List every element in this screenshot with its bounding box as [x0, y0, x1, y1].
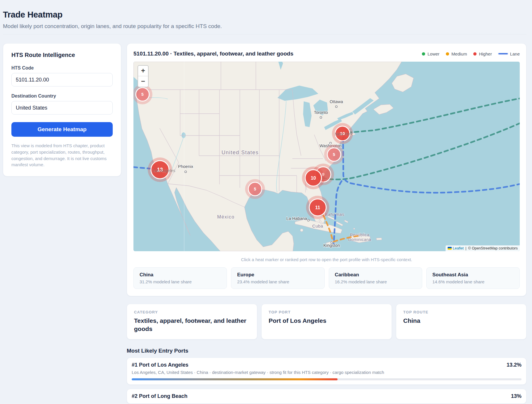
- port-rank-name: #2 Port of Long Beach: [132, 393, 187, 399]
- marker-count: 5: [141, 92, 144, 97]
- leaflet-link[interactable]: Leaflet: [453, 246, 464, 250]
- heat-marker-10[interactable]: 10: [302, 167, 325, 189]
- stat-label: TOP ROUTE: [403, 310, 519, 314]
- port-rank-name: #1 Port of Los Angeles: [132, 362, 188, 368]
- country-label: México: [217, 214, 235, 219]
- page-header: Trade Heatmap Model likely port concentr…: [0, 0, 532, 30]
- legend-item-higher: Higher: [473, 51, 492, 56]
- port-score-track: [132, 378, 521, 380]
- stat-card-top-port: TOP PORTPort of Los Angeles: [261, 304, 392, 339]
- hts-code-input[interactable]: [11, 73, 113, 86]
- map-legend: LowerMediumHigherLane: [422, 51, 520, 56]
- city-label: New York: [335, 132, 353, 136]
- city-label: Los Angeles: [152, 168, 175, 173]
- region-share: 31.2% modeled lane share: [140, 279, 221, 284]
- country-label: República: [350, 233, 370, 237]
- ukraine-flag-icon: [448, 247, 452, 250]
- page-subtitle: Model likely port concentration, origin …: [3, 23, 526, 30]
- legend-label: Lower: [427, 51, 439, 56]
- stat-label: CATEGORY: [134, 310, 250, 314]
- hts-route-panel: HTS Route Intelligence HTS Code Destinat…: [3, 43, 121, 176]
- heat-marker-5[interactable]: 5: [324, 145, 344, 164]
- panel-title: HTS Route Intelligence: [11, 52, 113, 58]
- page-title: Trade Heatmap: [3, 10, 526, 20]
- legend-label: Higher: [479, 51, 492, 56]
- city-label: Ottawa: [330, 99, 343, 104]
- model-disclaimer: This view is modeled from HTS chapter, p…: [11, 143, 113, 168]
- content: HTS Route Intelligence HTS Code Destinat…: [0, 34, 532, 404]
- legend-dot-icon: [422, 52, 425, 56]
- zoom-in-button[interactable]: +: [138, 66, 148, 76]
- port-row-header: #2 Port of Long Beach13%: [132, 393, 521, 399]
- generate-heatmap-button[interactable]: Generate Heatmap: [11, 122, 113, 137]
- port-score-fill: [132, 378, 338, 380]
- main-column: 5101.11.20.00 · Textiles, apparel, footw…: [127, 43, 526, 404]
- map-card-header: 5101.11.20.00 · Textiles, apparel, footw…: [133, 51, 520, 57]
- marker-count: 11: [315, 205, 320, 210]
- country-label: Cuba: [312, 223, 323, 228]
- region-card: Southeast Asia14.6% modeled lane share: [426, 267, 520, 289]
- legend-label: Medium: [451, 51, 467, 56]
- city-label: La Habana: [286, 216, 307, 221]
- heat-marker-5[interactable]: 5: [245, 179, 265, 199]
- stat-value: Port of Los Angeles: [269, 317, 385, 325]
- region-name: Europe: [237, 272, 318, 278]
- osm-attribution: © OpenStreetMap contributors: [468, 246, 518, 250]
- legend-item-lower: Lower: [422, 51, 439, 56]
- port-description: Los Angeles, CA, United States · China ·…: [132, 370, 521, 375]
- legend-lane-swatch: [498, 53, 508, 54]
- entry-ports-heading: Most Likely Entry Ports: [127, 348, 526, 354]
- marker-count: 5: [333, 152, 335, 157]
- region-name: Caribbean: [335, 272, 416, 278]
- port-share-pct: 13.2%: [507, 362, 521, 368]
- legend-dot-icon: [473, 52, 477, 56]
- legend-item-lane: Lane: [498, 51, 520, 56]
- stats-row: CATEGORYTextiles, apparel, footwear, and…: [127, 304, 526, 339]
- port-row[interactable]: #2 Port of Long Beach13%: [127, 389, 526, 404]
- destination-country-label: Destination Country: [11, 93, 113, 99]
- marker-count: 10: [311, 176, 316, 181]
- region-card: China31.2% modeled lane share: [133, 267, 227, 289]
- city-dot-icon: [320, 117, 322, 118]
- destination-country-input[interactable]: [11, 101, 113, 115]
- map-caption: Click a heat marker or ranked port row t…: [133, 257, 520, 262]
- leaflet-map[interactable]: United StatesMéxicoCubaThe BahamasRepúbl…: [133, 62, 520, 251]
- heat-marker-5[interactable]: 5: [133, 84, 152, 104]
- city-label: Toronto: [314, 110, 328, 115]
- stat-card-category: CATEGORYTextiles, apparel, footwear, and…: [127, 304, 257, 339]
- region-card: Caribbean16.2% modeled lane share: [329, 267, 422, 289]
- city-label: Kingston: [324, 243, 340, 248]
- attribution-separator: |: [465, 246, 467, 250]
- legend-label: Lane: [510, 51, 520, 56]
- map-attribution: Leaflet | © OpenStreetMap contributors: [446, 245, 520, 251]
- region-name: Southeast Asia: [432, 272, 514, 278]
- heat-marker-11[interactable]: 11: [306, 196, 329, 219]
- city-label: Phoenix: [178, 164, 194, 169]
- country-label: Dominicana: [348, 237, 371, 242]
- legend-dot-icon: [446, 52, 449, 56]
- zoom-out-button[interactable]: −: [138, 76, 148, 87]
- stat-value: China: [403, 317, 519, 325]
- map-svg: United StatesMéxicoCubaThe BahamasRepúbl…: [133, 62, 520, 251]
- map-zoom-control: + −: [138, 65, 149, 87]
- region-share: 23.4% modeled lane share: [237, 279, 318, 284]
- hts-code-label: HTS Code: [11, 65, 113, 71]
- stat-card-top-route: TOP ROUTEChina: [396, 304, 526, 339]
- region-name: China: [140, 272, 221, 278]
- region-cards: China31.2% modeled lane shareEurope23.4%…: [133, 267, 520, 289]
- stat-value: Textiles, apparel, footwear, and leather…: [134, 317, 250, 333]
- port-share-pct: 13%: [511, 393, 521, 399]
- map-title: 5101.11.20.00 · Textiles, apparel, footw…: [133, 51, 293, 57]
- port-row[interactable]: #1 Port of Los Angeles13.2%Los Angeles, …: [127, 358, 526, 385]
- marker-count: 5: [254, 187, 256, 191]
- city-dot-icon: [307, 219, 309, 221]
- city-dot-icon: [185, 171, 187, 173]
- port-row-header: #1 Port of Los Angeles13.2%: [132, 362, 521, 368]
- region-share: 14.6% modeled lane share: [432, 279, 514, 284]
- region-card: Europe23.4% modeled lane share: [231, 267, 324, 289]
- city-dot-icon: [335, 106, 337, 107]
- entry-ports-list: #1 Port of Los Angeles13.2%Los Angeles, …: [127, 358, 526, 404]
- map-card: 5101.11.20.00 · Textiles, apparel, footw…: [127, 43, 526, 296]
- legend-item-medium: Medium: [446, 51, 467, 56]
- stat-label: TOP PORT: [269, 310, 385, 314]
